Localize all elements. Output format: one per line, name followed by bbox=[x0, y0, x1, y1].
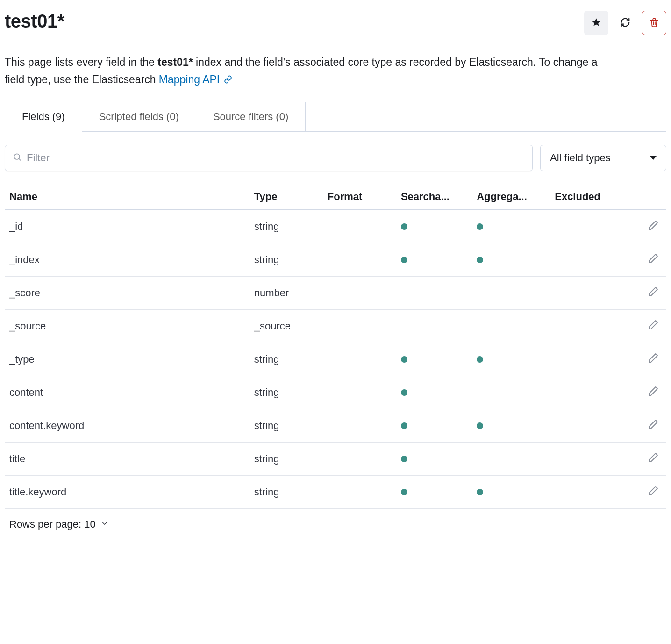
table-row: title.keywordstring bbox=[5, 476, 666, 509]
table-row: _scorenumber bbox=[5, 277, 666, 310]
edit-field-button[interactable] bbox=[648, 485, 659, 498]
mapping-api-link[interactable]: Mapping API bbox=[159, 73, 220, 86]
delete-button[interactable] bbox=[642, 11, 666, 35]
dot-icon bbox=[401, 489, 407, 495]
cell-excluded bbox=[550, 277, 623, 310]
col-format[interactable]: Format bbox=[323, 184, 396, 210]
col-searchable[interactable]: Searcha... bbox=[396, 184, 472, 210]
cell-excluded bbox=[550, 376, 623, 409]
tabs: Fields (9)Scripted fields (0)Source filt… bbox=[5, 102, 666, 132]
set-default-button[interactable] bbox=[584, 11, 608, 35]
cell-aggregatable bbox=[472, 443, 550, 476]
cell-type: _source bbox=[250, 310, 323, 343]
dot-icon bbox=[401, 422, 407, 429]
cell-aggregatable bbox=[472, 476, 550, 509]
rows-per-page[interactable]: Rows per page: 10 bbox=[5, 509, 666, 535]
cell-aggregatable bbox=[472, 376, 550, 409]
cell-format bbox=[323, 409, 396, 443]
pencil-icon bbox=[648, 253, 659, 265]
cell-aggregatable bbox=[472, 210, 550, 243]
cell-searchable bbox=[396, 376, 472, 409]
dot-icon bbox=[401, 389, 407, 396]
refresh-icon bbox=[620, 17, 630, 29]
dot-icon bbox=[477, 422, 483, 429]
cell-format bbox=[323, 210, 396, 243]
desc-index-name: test01* bbox=[157, 56, 193, 68]
pencil-icon bbox=[648, 319, 659, 332]
tab-0[interactable]: Fields (9) bbox=[5, 102, 82, 132]
cell-format bbox=[323, 443, 396, 476]
cell-searchable bbox=[396, 476, 472, 509]
page-title: test01* bbox=[5, 11, 64, 32]
dot-icon bbox=[401, 456, 407, 462]
tab-1[interactable]: Scripted fields (0) bbox=[82, 102, 196, 131]
cell-searchable bbox=[396, 277, 472, 310]
col-type[interactable]: Type bbox=[250, 184, 323, 210]
cell-searchable bbox=[396, 210, 472, 243]
fields-table: Name Type Format Searcha... Aggrega... E… bbox=[5, 184, 666, 509]
rows-per-page-label: Rows per page: 10 bbox=[9, 518, 96, 530]
edit-field-button[interactable] bbox=[648, 352, 659, 365]
field-type-select[interactable]: All field types bbox=[540, 145, 666, 171]
cell-aggregatable bbox=[472, 343, 550, 376]
edit-field-button[interactable] bbox=[648, 452, 659, 465]
col-excluded[interactable]: Excluded bbox=[550, 184, 623, 210]
cell-name: _index bbox=[5, 243, 250, 277]
col-aggregatable[interactable]: Aggrega... bbox=[472, 184, 550, 210]
description: This page lists every field in the test0… bbox=[5, 54, 617, 89]
cell-name: content.keyword bbox=[5, 409, 250, 443]
edit-field-button[interactable] bbox=[648, 253, 659, 265]
pencil-icon bbox=[648, 452, 659, 465]
cell-name: _id bbox=[5, 210, 250, 243]
pencil-icon bbox=[648, 220, 659, 232]
cell-aggregatable bbox=[472, 409, 550, 443]
cell-name: _source bbox=[5, 310, 250, 343]
trash-icon bbox=[649, 17, 659, 29]
refresh-button[interactable] bbox=[613, 11, 637, 35]
cell-type: string bbox=[250, 476, 323, 509]
table-row: titlestring bbox=[5, 443, 666, 476]
pencil-icon bbox=[648, 485, 659, 498]
pencil-icon bbox=[648, 352, 659, 365]
cell-name: _score bbox=[5, 277, 250, 310]
cell-name: title.keyword bbox=[5, 476, 250, 509]
table-row: _typestring bbox=[5, 343, 666, 376]
cell-format bbox=[323, 343, 396, 376]
dot-icon bbox=[401, 257, 407, 263]
cell-type: string bbox=[250, 376, 323, 409]
header-actions bbox=[584, 11, 666, 35]
table-row: content.keywordstring bbox=[5, 409, 666, 443]
edit-field-button[interactable] bbox=[648, 386, 659, 398]
cell-aggregatable bbox=[472, 277, 550, 310]
cell-type: string bbox=[250, 343, 323, 376]
cell-format bbox=[323, 243, 396, 277]
pencil-icon bbox=[648, 286, 659, 299]
table-row: _indexstring bbox=[5, 243, 666, 277]
edit-field-button[interactable] bbox=[648, 419, 659, 431]
cell-name: title bbox=[5, 443, 250, 476]
desc-prefix: This page lists every field in the bbox=[5, 56, 157, 68]
cell-searchable bbox=[396, 443, 472, 476]
edit-field-button[interactable] bbox=[648, 319, 659, 332]
filter-input[interactable] bbox=[27, 152, 525, 164]
edit-field-button[interactable] bbox=[648, 286, 659, 299]
cell-excluded bbox=[550, 210, 623, 243]
cell-searchable bbox=[396, 243, 472, 277]
chevron-down-icon bbox=[100, 518, 109, 530]
cell-format bbox=[323, 310, 396, 343]
tab-2[interactable]: Source filters (0) bbox=[196, 102, 306, 131]
cell-format bbox=[323, 476, 396, 509]
table-row: contentstring bbox=[5, 376, 666, 409]
table-row: _source_source bbox=[5, 310, 666, 343]
col-name[interactable]: Name bbox=[5, 184, 250, 210]
cell-format bbox=[323, 277, 396, 310]
cell-excluded bbox=[550, 343, 623, 376]
cell-type: string bbox=[250, 443, 323, 476]
dot-icon bbox=[477, 489, 483, 495]
col-actions bbox=[623, 184, 666, 210]
dot-icon bbox=[401, 356, 407, 363]
edit-field-button[interactable] bbox=[648, 220, 659, 232]
filter-input-wrap[interactable] bbox=[5, 145, 533, 171]
cell-searchable bbox=[396, 310, 472, 343]
pencil-icon bbox=[648, 419, 659, 431]
